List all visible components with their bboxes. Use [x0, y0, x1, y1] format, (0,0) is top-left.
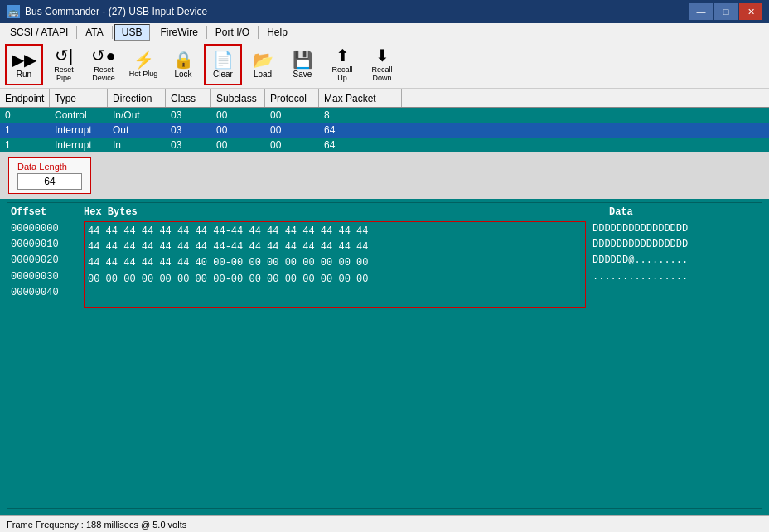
hex-data-3: ................	[592, 269, 758, 285]
reset-pipe-label: ResetPipe	[54, 65, 74, 82]
col-header-subclass: Subclass	[211, 89, 265, 107]
menu-sep-4	[206, 26, 207, 39]
table-row[interactable]: 1 Interrupt In 03 00 00 64	[0, 138, 769, 152]
cell-class: 03	[166, 123, 211, 137]
hex-header-bytes: Hex Bytes	[84, 206, 602, 218]
title-bar: 🚌 Bus Commander - (27) USB Input Device …	[0, 0, 769, 23]
clear-label: Clear	[213, 70, 233, 79]
load-button[interactable]: 📂 Load	[244, 44, 282, 85]
title-text: Bus Commander - (27) USB Input Device	[25, 6, 207, 17]
col-header-type: Type	[50, 89, 108, 107]
table-row[interactable]: 0 Control In/Out 03 00 00 8	[0, 108, 769, 123]
hex-bytes-0: 44 44 44 44 44 44 44 44-44 44 44 44 44 4…	[88, 224, 582, 239]
clear-icon: 📄	[213, 51, 234, 68]
cell-endpoint: 1	[0, 123, 50, 137]
hex-dump-area: Offset Hex Bytes Data 00000000 00000010 …	[7, 202, 762, 509]
hex-offset-1: 00000010	[11, 237, 77, 253]
cell-direction: Out	[108, 123, 166, 137]
hex-data-1: DDDDDDDDDDDDDDDD	[592, 237, 758, 253]
table-body: 0 Control In/Out 03 00 00 8 1 Interrupt …	[0, 108, 769, 152]
clear-button[interactable]: 📄 Clear	[204, 44, 242, 85]
reset-device-icon: ↺●	[91, 47, 115, 64]
menu-firewire[interactable]: FireWire	[154, 25, 205, 40]
cell-type: Interrupt	[50, 123, 108, 137]
menu-sep-2	[112, 26, 113, 39]
recall-up-icon: ⬆	[336, 47, 350, 64]
status-bar: Frame Frequency : 188 millisecs @ 5.0 vo…	[0, 515, 769, 532]
hot-plug-icon: ⚡	[133, 51, 154, 68]
cell-maxpacket: 8	[319, 109, 402, 122]
cell-subclass: 00	[211, 109, 265, 122]
reset-device-label: ResetDevice	[92, 65, 115, 82]
menu-usb[interactable]: USB	[114, 24, 150, 41]
recall-up-button[interactable]: ⬆ RecallUp	[323, 44, 361, 85]
lock-label: Lock	[174, 70, 191, 79]
hex-data-2: DDDDDD@.........	[592, 253, 758, 268]
close-button[interactable]: ✕	[739, 3, 762, 20]
menu-scsi[interactable]: SCSI / ATAPI	[3, 25, 75, 40]
hex-offset-4: 00000040	[11, 285, 77, 301]
lock-icon: 🔒	[173, 51, 194, 68]
recall-down-label: RecallDown	[371, 65, 392, 82]
hex-bytes-1: 44 44 44 44 44 44 44 44-44 44 44 44 44 4…	[88, 239, 582, 255]
cell-endpoint: 0	[0, 109, 50, 122]
cell-protocol: 00	[265, 138, 319, 152]
data-length-section: Data Length 64	[0, 152, 769, 199]
recall-down-button[interactable]: ⬇ RecallDown	[363, 44, 401, 85]
col-header-protocol: Protocol	[265, 89, 319, 107]
run-label: Run	[17, 70, 31, 79]
window-controls: — □ ✕	[689, 3, 762, 20]
lock-button[interactable]: 🔒 Lock	[164, 44, 202, 85]
hex-bytes-2: 44 44 44 44 44 44 40 00-00 00 00 00 00 0…	[88, 255, 582, 271]
hex-offset-3: 00000030	[11, 269, 77, 285]
main-content: Endpoint Type Direction Class Subclass P…	[0, 89, 769, 515]
menu-bar: SCSI / ATAPI ATA USB FireWire Port I/O H…	[0, 23, 769, 41]
run-button[interactable]: ▶▶ Run	[5, 44, 43, 85]
menu-portio[interactable]: Port I/O	[209, 25, 256, 40]
cell-type: Interrupt	[50, 138, 108, 152]
cell-protocol: 00	[265, 123, 319, 137]
toolbar: ▶▶ Run ↺| ResetPipe ↺● ResetDevice ⚡ Hot…	[0, 41, 769, 89]
reset-pipe-icon: ↺|	[55, 47, 73, 64]
cell-class: 03	[166, 138, 211, 152]
cell-type: Control	[50, 109, 108, 122]
cell-maxpacket: 64	[319, 138, 402, 152]
minimize-button[interactable]: —	[689, 3, 713, 20]
hex-content: 00000000 00000010 00000020 00000030 0000…	[11, 221, 758, 308]
hex-data-0: DDDDDDDDDDDDDDDD	[592, 221, 758, 237]
table-row[interactable]: 1 Interrupt Out 03 00 00 64	[0, 123, 769, 138]
reset-pipe-button[interactable]: ↺| ResetPipe	[45, 44, 83, 85]
save-label: Save	[293, 70, 312, 79]
hot-plug-label: Hot Plug	[129, 70, 158, 78]
hex-data-section: DDDDDDDDDDDDDDDD DDDDDDDDDDDDDDDD DDDDDD…	[592, 221, 758, 308]
hot-plug-button[interactable]: ⚡ Hot Plug	[124, 44, 162, 85]
save-button[interactable]: 💾 Save	[283, 44, 322, 85]
menu-sep-3	[152, 26, 152, 39]
recall-up-label: RecallUp	[331, 65, 352, 82]
cell-class: 03	[166, 109, 211, 122]
menu-sep-1	[76, 26, 77, 39]
data-length-value[interactable]: 64	[17, 173, 82, 190]
col-header-class: Class	[166, 89, 211, 107]
cell-direction: In	[108, 138, 166, 152]
hex-bytes-section: 44 44 44 44 44 44 44 44-44 44 44 44 44 4…	[84, 221, 586, 308]
menu-help[interactable]: Help	[260, 25, 294, 40]
data-length-label: Data Length	[17, 162, 82, 172]
app-icon: 🚌	[7, 5, 20, 18]
cell-protocol: 00	[265, 109, 319, 122]
reset-device-button[interactable]: ↺● ResetDevice	[85, 44, 123, 85]
cell-subclass: 00	[211, 123, 265, 137]
endpoint-table: Endpoint Type Direction Class Subclass P…	[0, 89, 769, 152]
menu-ata[interactable]: ATA	[79, 25, 110, 40]
hex-header-data: Data	[609, 206, 758, 218]
hex-bytes-3: 00 00 00 00 00 00 00 00-00 00 00 00 00 0…	[88, 272, 582, 288]
hex-bytes-4	[88, 288, 582, 306]
cell-maxpacket: 64	[319, 123, 402, 137]
table-header: Endpoint Type Direction Class Subclass P…	[0, 89, 769, 108]
cell-direction: In/Out	[108, 109, 166, 122]
maximize-button[interactable]: □	[714, 3, 738, 20]
load-icon: 📂	[253, 51, 273, 68]
cell-subclass: 00	[211, 138, 265, 152]
col-header-direction: Direction	[108, 89, 166, 107]
save-icon: 💾	[293, 51, 313, 68]
